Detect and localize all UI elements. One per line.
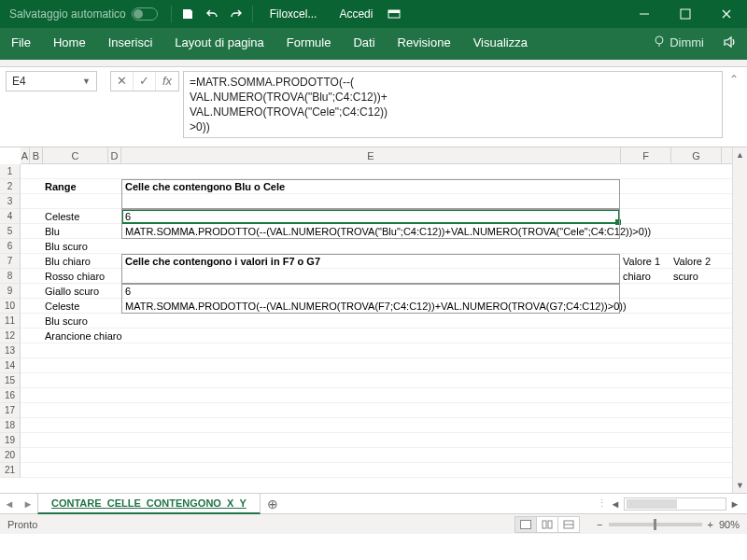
col-g[interactable]: G [671,147,722,163]
undo-button[interactable] [200,2,224,26]
row-header[interactable]: 7 [0,254,21,269]
formula-bar: E4 ▼ ✕ ✓ fx =MATR.SOMMA.PRODOTTO(--( VAL… [0,67,747,138]
share-button[interactable] [713,28,747,56]
row-header[interactable]: 14 [0,358,21,373]
tab-layout[interactable]: Layout di pagina [163,28,275,56]
col-e[interactable]: E [121,147,621,163]
ribbon-collapsed [0,60,747,67]
row-header[interactable]: 6 [0,239,21,254]
tab-visualizza[interactable]: Visualizza [462,28,539,56]
column-headers[interactable]: A B C D E F G [21,147,747,164]
tell-me[interactable]: Dimmi [643,28,713,56]
add-sheet-button[interactable]: ⊕ [261,497,285,511]
svg-rect-3 [681,9,690,19]
row-header[interactable]: 8 [0,269,21,284]
enter-formula-button[interactable]: ✓ [134,72,156,91]
save-button[interactable] [176,2,200,26]
worksheet[interactable]: A B C D E F G 12345678910111213141516171… [0,147,747,493]
tab-dati[interactable]: Dati [342,28,386,56]
status-ready: Pronto [7,519,37,530]
svg-rect-7 [521,521,530,528]
row-header[interactable]: 2 [0,179,21,194]
row-header[interactable]: 3 [0,194,21,209]
tab-home[interactable]: Home [42,28,97,56]
row-header[interactable]: 4 [0,209,21,224]
ribbon-display-button[interactable] [382,2,406,26]
close-button[interactable] [706,0,747,28]
chevron-down-icon: ▼ [82,77,91,86]
row-header[interactable]: 11 [0,314,21,329]
row-header[interactable]: 9 [0,284,21,299]
zoom-slider[interactable] [609,523,702,526]
svg-rect-9 [548,521,552,528]
tab-scroll-left[interactable]: ◄ [0,498,19,510]
row-header[interactable]: 16 [0,388,21,403]
document-title: Filoxcel... [257,7,331,21]
zoom-controls[interactable]: − + 90% [597,519,740,530]
view-page-layout-button[interactable] [536,516,558,533]
row-header[interactable]: 18 [0,418,21,433]
maximize-button[interactable] [665,0,706,28]
svg-rect-1 [388,10,400,13]
row-header[interactable]: 13 [0,343,21,358]
cancel-formula-button[interactable]: ✕ [111,72,134,91]
tab-file[interactable]: File [0,28,42,56]
vertical-scrollbar[interactable]: ▲ ▼ [732,147,747,493]
row-header[interactable]: 19 [0,433,21,448]
redo-button[interactable] [224,2,248,26]
titlebar: Salvataggio automatico Filoxcel... Acced… [0,0,747,28]
sheet-tab-active[interactable]: CONTARE_CELLE_CONTENGONO_X_Y [37,494,261,514]
row-header[interactable]: 12 [0,329,21,343]
horizontal-scrollbar[interactable]: ⋮ ◄► [597,497,747,511]
signin-link[interactable]: Accedi [330,7,382,21]
tab-inserisci[interactable]: Inserisci [97,28,164,56]
zoom-out-button[interactable]: − [597,519,602,530]
fx-button[interactable]: fx [156,72,178,91]
view-page-break-button[interactable] [557,516,580,533]
row-header[interactable]: 17 [0,403,21,418]
row-header[interactable]: 10 [0,299,21,314]
autosave-toggle[interactable]: Salvataggio automatico [0,7,167,21]
zoom-level: 90% [719,519,740,530]
col-c[interactable]: C [43,147,108,163]
minimize-button[interactable] [624,0,665,28]
autosave-label: Salvataggio automatico [9,7,126,21]
zoom-in-button[interactable]: + [708,519,713,530]
scroll-down-icon[interactable]: ▼ [733,478,747,493]
svg-point-4 [655,36,663,44]
row-header[interactable]: 1 [0,164,21,179]
ribbon-tabs: File Home Inserisci Layout di pagina For… [0,28,747,56]
tab-formule[interactable]: Formule [275,28,343,56]
formula-expand-button[interactable]: ⌃ [726,71,741,86]
row-header[interactable]: 5 [0,224,21,239]
view-normal-button[interactable] [514,516,537,533]
col-b[interactable]: B [30,147,43,163]
sheet-tabs-bar: ◄ ► CONTARE_CELLE_CONTENGONO_X_Y ⊕ ⋮ ◄► [0,493,747,513]
status-bar: Pronto − + 90% [0,513,747,534]
toggle-off-icon [132,7,158,21]
col-d[interactable]: D [108,147,121,163]
tab-scroll-right[interactable]: ► [19,498,37,510]
name-box[interactable]: E4 ▼ [6,71,97,91]
svg-rect-8 [543,521,546,528]
tab-revisione[interactable]: Revisione [387,28,462,56]
col-f[interactable]: F [621,147,671,163]
row-header[interactable]: 15 [0,373,21,388]
row-header[interactable]: 20 [0,448,21,463]
row-header[interactable]: 21 [0,463,21,478]
formula-input[interactable]: =MATR.SOMMA.PRODOTTO(--( VAL.NUMERO(TROV… [183,71,723,138]
lightbulb-icon [653,35,666,49]
scroll-up-icon[interactable]: ▲ [733,147,747,162]
formula-controls: ✕ ✓ fx [110,71,179,91]
col-a[interactable]: A [21,147,30,163]
